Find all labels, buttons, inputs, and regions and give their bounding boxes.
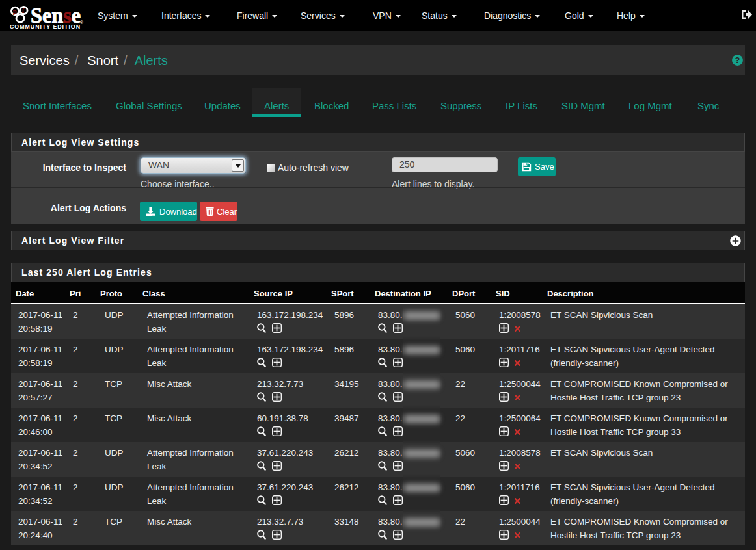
svg-text:f: f bbox=[22, 7, 25, 14]
svg-text:COMMUNITY EDITION: COMMUNITY EDITION bbox=[10, 23, 81, 29]
svg-text:p: p bbox=[13, 8, 17, 15]
